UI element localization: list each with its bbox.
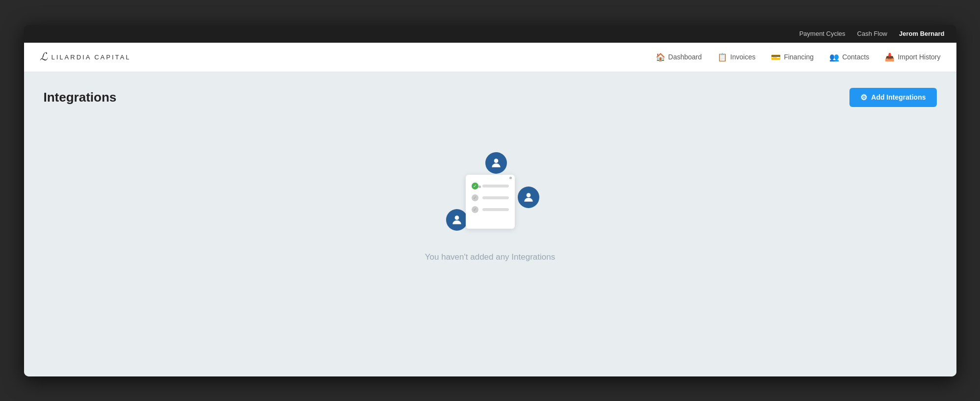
- doc-line-2: [482, 196, 509, 199]
- nav-links: 🏠 Dashboard 📋 Invoices 💳 Financing 👥 Con…: [656, 53, 941, 62]
- nav-invoices-label: Invoices: [730, 53, 755, 61]
- dot-2: [509, 177, 512, 179]
- empty-state: ✓ ✓ ✓: [44, 123, 937, 282]
- nav-dashboard-label: Dashboard: [668, 53, 702, 61]
- doc-row-2: ✓: [472, 194, 509, 201]
- svg-point-2: [526, 193, 530, 197]
- nav-contacts-label: Contacts: [842, 53, 869, 61]
- doc-line-3: [482, 208, 509, 211]
- page-header: Integrations ⚙ Add Integrations: [44, 88, 937, 107]
- cash-flow-link[interactable]: Cash Flow: [857, 30, 887, 37]
- person-icon-right: [518, 187, 539, 208]
- empty-message: You haven't added any Integrations: [425, 252, 555, 262]
- nav-import-history[interactable]: 📥 Import History: [885, 53, 940, 62]
- nav-financing-label: Financing: [784, 53, 814, 61]
- doc-row-1: ✓: [472, 183, 509, 189]
- check-icon-2: ✓: [472, 194, 478, 201]
- nav-contacts[interactable]: 👥 Contacts: [829, 53, 869, 62]
- dot-1: [478, 186, 481, 188]
- home-icon: 🏠: [656, 53, 665, 62]
- logo: ℒ Lilardia Capital: [40, 51, 131, 63]
- illustration: ✓ ✓ ✓: [441, 152, 539, 241]
- page-title: Integrations: [44, 90, 117, 105]
- add-integrations-icon: ⚙: [860, 93, 867, 102]
- content-area: Integrations ⚙ Add Integrations: [24, 72, 956, 376]
- import-icon: 📥: [885, 53, 895, 62]
- person-icon-left: [446, 209, 468, 231]
- nav-import-label: Import History: [898, 53, 940, 61]
- contacts-icon: 👥: [829, 53, 839, 62]
- main-window: ℒ Lilardia Capital 🏠 Dashboard 📋 Invoice…: [24, 43, 956, 376]
- svg-point-1: [454, 215, 459, 220]
- doc-row-3: ✓: [472, 206, 509, 213]
- user-name-link[interactable]: Jerom Bernard: [899, 30, 944, 37]
- add-integrations-button[interactable]: ⚙ Add Integrations: [849, 88, 936, 107]
- doc-line-1: [482, 185, 509, 187]
- invoice-icon: 📋: [717, 53, 727, 62]
- check-icon-1: ✓: [472, 183, 478, 189]
- logo-text: Lilardia Capital: [52, 53, 131, 61]
- payment-cycles-link[interactable]: Payment Cycles: [799, 30, 846, 37]
- nav-dashboard[interactable]: 🏠 Dashboard: [656, 53, 702, 62]
- top-bar: Payment Cycles Cash Flow Jerom Bernard: [24, 25, 956, 43]
- nav-financing[interactable]: 💳 Financing: [771, 53, 814, 62]
- browser-frame: Payment Cycles Cash Flow Jerom Bernard ℒ…: [24, 25, 956, 376]
- financing-icon: 💳: [771, 53, 781, 62]
- svg-point-0: [494, 159, 498, 163]
- doc-card: ✓ ✓ ✓: [466, 175, 515, 229]
- person-icon-top: [485, 152, 507, 174]
- logo-icon: ℒ: [40, 51, 48, 63]
- check-icon-3: ✓: [472, 206, 478, 213]
- navbar: ℒ Lilardia Capital 🏠 Dashboard 📋 Invoice…: [24, 43, 956, 72]
- nav-invoices[interactable]: 📋 Invoices: [717, 53, 755, 62]
- add-integrations-label: Add Integrations: [871, 93, 926, 101]
